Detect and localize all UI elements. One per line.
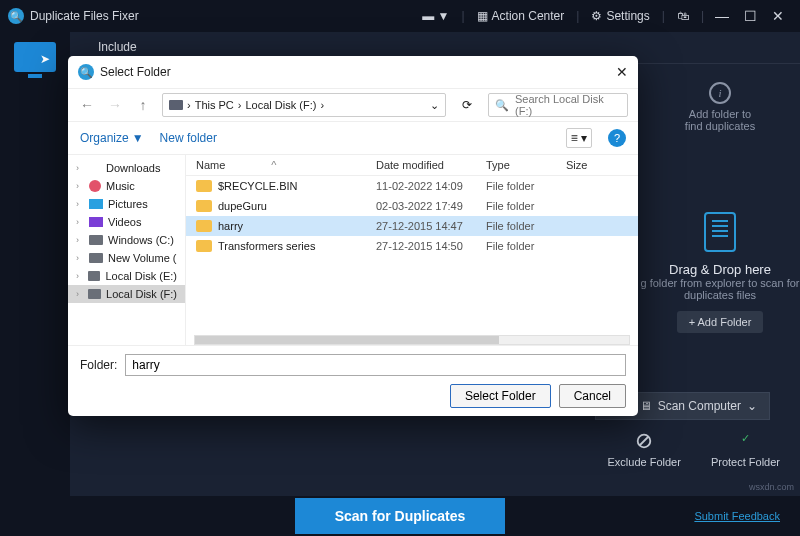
file-row[interactable]: $RECYCLE.BIN11-02-2022 14:09File folder (186, 176, 638, 196)
nav-up-button[interactable]: ↑ (134, 97, 152, 113)
chevron-down-icon: ⌄ (747, 399, 757, 413)
folder-name-input[interactable] (125, 354, 626, 376)
help-button[interactable]: ? (608, 129, 626, 147)
folder-tree[interactable]: ›Downloads›Music›Pictures›Videos›Windows… (68, 155, 186, 345)
tree-node[interactable]: ›Windows (C:) (68, 231, 185, 249)
select-folder-button[interactable]: Select Folder (450, 384, 551, 408)
file-type: File folder (486, 180, 566, 192)
file-row[interactable]: harry27-12-2015 14:47File folder (186, 216, 638, 236)
dialog-close-button[interactable]: ✕ (616, 64, 628, 80)
refresh-button[interactable]: ⟳ (456, 98, 478, 112)
footer: Scan for Duplicates Submit Feedback (0, 496, 800, 536)
chevron-right-icon: › (76, 235, 84, 245)
action-center-label: Action Center (492, 9, 565, 23)
tree-node[interactable]: ›Pictures (68, 195, 185, 213)
horizontal-scrollbar[interactable] (194, 335, 630, 345)
watermark: wsxdn.com (749, 482, 794, 492)
action-center-link[interactable]: ▦ Action Center (477, 9, 565, 23)
organize-menu[interactable]: Organize ▼ (80, 131, 144, 145)
tree-node[interactable]: ›Downloads (68, 159, 185, 177)
tree-label: Videos (108, 216, 141, 228)
info-line1: Add folder to (640, 108, 800, 120)
locale-flag[interactable]: ▬ ▼ (422, 9, 449, 23)
tree-node[interactable]: ›Music (68, 177, 185, 195)
dropzone-sub1: g folder from explorer to scan for (640, 277, 800, 289)
dropzone[interactable]: Drag & Drop here g folder from explorer … (640, 212, 800, 333)
file-name: $RECYCLE.BIN (218, 180, 297, 192)
dialog-title: Select Folder (100, 65, 171, 79)
chevron-right-icon: › (76, 199, 84, 209)
file-date: 11-02-2022 14:09 (376, 180, 486, 192)
search-input[interactable]: 🔍 Search Local Disk (F:) (488, 93, 628, 117)
col-type[interactable]: Type (486, 159, 566, 171)
tree-node[interactable]: ›Videos (68, 213, 185, 231)
document-icon (704, 212, 736, 252)
settings-link[interactable]: ⚙ Settings (591, 9, 649, 23)
protect-folder-button[interactable]: ✓ Protect Folder (711, 432, 780, 468)
file-list: Name^ Date modified Type Size $RECYCLE.B… (186, 155, 638, 345)
file-type: File folder (486, 200, 566, 212)
exclude-folder-button[interactable]: Exclude Folder (608, 432, 681, 468)
chevron-right-icon: › (76, 163, 84, 173)
add-folder-button[interactable]: + Add Folder (677, 311, 764, 333)
chevron-right-icon: › (238, 99, 242, 111)
col-size[interactable]: Size (566, 159, 628, 171)
sort-asc-icon: ^ (271, 159, 276, 171)
tree-node[interactable]: ›Local Disk (E:) (68, 267, 185, 285)
minimize-button[interactable]: — (708, 8, 736, 24)
search-icon: 🔍 (495, 99, 509, 112)
maximize-button[interactable]: ☐ (736, 8, 764, 24)
tree-node[interactable]: ›New Volume ( (68, 249, 185, 267)
chevron-right-icon: › (76, 181, 84, 191)
new-folder-button[interactable]: New folder (160, 131, 217, 145)
left-rail: ➤ (0, 32, 70, 506)
nav-back-button[interactable]: ← (78, 97, 96, 113)
col-name[interactable]: Name (196, 159, 225, 171)
cart-icon[interactable]: 🛍 (677, 9, 689, 23)
view-options-button[interactable]: ≡ ▾ (566, 128, 592, 148)
dk-icon (88, 271, 100, 281)
folder-label: Folder: (80, 358, 117, 372)
tree-label: New Volume ( (108, 252, 176, 264)
folder-icon (196, 180, 212, 192)
dk-icon (88, 289, 101, 299)
scan-for-duplicates-button[interactable]: Scan for Duplicates (295, 498, 506, 534)
mc-icon (89, 180, 101, 192)
scrollbar-thumb[interactable] (195, 336, 499, 344)
tree-label: Downloads (106, 162, 160, 174)
breadcrumb[interactable]: › This PC › Local Disk (F:) › ⌄ (162, 93, 446, 117)
exclude-icon (635, 432, 653, 450)
folder-icon (196, 200, 212, 212)
file-date: 27-12-2015 14:47 (376, 220, 486, 232)
chevron-right-icon: › (76, 271, 83, 281)
svg-line-1 (640, 437, 649, 446)
monitor-small-icon: 🖥 (640, 399, 652, 413)
monitor-icon: ➤ (14, 42, 56, 72)
app-logo-icon: 🔍 (8, 8, 24, 24)
folder-icon (196, 220, 212, 232)
scan-computer-label: Scan Computer (658, 399, 741, 413)
file-type: File folder (486, 220, 566, 232)
col-date[interactable]: Date modified (376, 159, 486, 171)
breadcrumb-thispc[interactable]: This PC (195, 99, 234, 111)
chevron-down-icon[interactable]: ⌄ (430, 99, 439, 112)
file-row[interactable]: dupeGuru02-03-2022 17:49File folder (186, 196, 638, 216)
file-name: dupeGuru (218, 200, 267, 212)
close-button[interactable]: ✕ (764, 8, 792, 24)
dialog-logo-icon: 🔍 (78, 64, 94, 80)
nav-forward-button[interactable]: → (106, 97, 124, 113)
cancel-button[interactable]: Cancel (559, 384, 626, 408)
chevron-right-icon: › (187, 99, 191, 111)
file-list-header[interactable]: Name^ Date modified Type Size (186, 155, 638, 176)
pc-icon (89, 199, 103, 209)
submit-feedback-link[interactable]: Submit Feedback (694, 510, 780, 522)
search-placeholder: Search Local Disk (F:) (515, 93, 621, 117)
dk-icon (89, 235, 103, 245)
select-folder-dialog: 🔍 Select Folder ✕ ← → ↑ › This PC › Loca… (68, 56, 638, 416)
file-row[interactable]: Transformers series27-12-2015 14:50File … (186, 236, 638, 256)
tree-node[interactable]: ›Local Disk (F:) (68, 285, 185, 303)
organize-label: Organize (80, 131, 129, 145)
breadcrumb-disk[interactable]: Local Disk (F:) (245, 99, 316, 111)
tree-label: Local Disk (F:) (106, 288, 177, 300)
file-name: harry (218, 220, 243, 232)
